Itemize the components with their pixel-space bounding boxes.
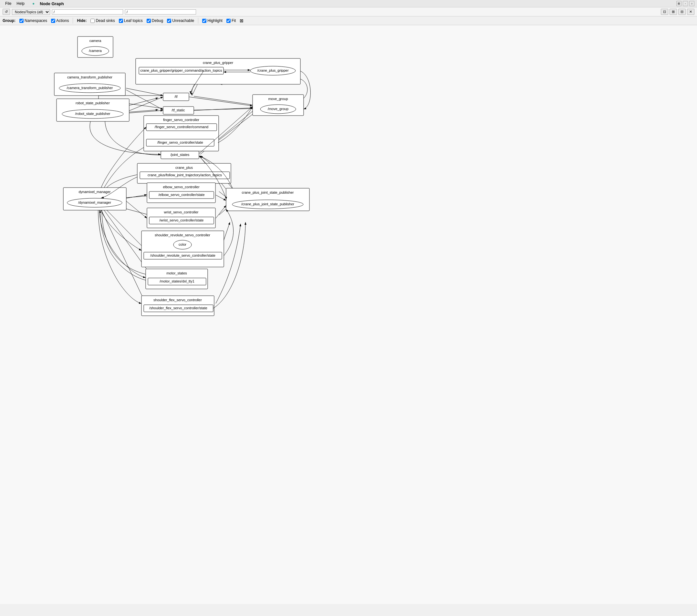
svg-line-6 xyxy=(126,90,163,110)
debug-label: Debug xyxy=(152,18,163,23)
graph-container[interactable]: camera /camera camera_transform_publishe… xyxy=(0,25,697,604)
debug-checkbox[interactable] xyxy=(147,19,151,23)
shoulder-flex-state-label: /shoulder_flex_servo_controller/state xyxy=(149,306,207,310)
menu-bar: File Help xyxy=(3,1,27,6)
fit-icon: ⊠ xyxy=(240,18,243,23)
layout-button[interactable]: ⊞ xyxy=(669,9,677,15)
camera-transform-title: camera_transform_publisher xyxy=(67,75,113,79)
crane-plus-title: crane_plus xyxy=(175,166,193,169)
restore-button[interactable]: ⊡ xyxy=(661,9,668,15)
crane-plus-gripper-ellipse-label: /crane_plus_gripper xyxy=(257,69,289,72)
shoulder-flex-title: shoulder_flex_servo_controller xyxy=(153,298,202,302)
leaf-topics-label: Leaf topics xyxy=(124,18,143,23)
dynamixel-title: dynamixel_manager xyxy=(78,190,110,194)
motor-states-title: motor_states xyxy=(166,271,187,275)
close-button[interactable]: ✕ xyxy=(687,9,694,15)
shoulder-revolute-state-label: /shoulder_revolute_servo_controller/stat… xyxy=(150,253,216,257)
elbow-state-label: /elbow_servo_controller/state xyxy=(158,193,205,197)
toolbar-right: ⊡ ⊞ ⊟ ✕ xyxy=(661,9,694,15)
crane-plus-action-label: crane_plus/follow_joint_trajectory/actio… xyxy=(148,173,222,177)
hide-label: Hide: xyxy=(77,18,87,23)
move-group-title: move_group xyxy=(268,97,288,101)
filter-bar: Group: Namespaces Actions Hide: Dead sin… xyxy=(0,16,697,25)
dead-sinks-checkbox[interactable] xyxy=(90,19,95,23)
window-minimize-icon[interactable]: - xyxy=(683,1,688,6)
highlight-label: Highlight xyxy=(207,18,223,23)
menu-file[interactable]: File xyxy=(3,1,14,6)
leaf-topics-checkbox[interactable] xyxy=(119,19,123,23)
wrist-title: wrist_servo_controller xyxy=(164,210,199,214)
namespaces-label: Namespaces xyxy=(25,18,47,23)
wrist-state-label: /wrist_servo_controller/state xyxy=(160,218,204,222)
dead-sinks-label: Dead sinks xyxy=(95,18,115,23)
shoulder-revolute-color-label: color xyxy=(179,242,187,246)
robot-state-title: robot_state_publisher xyxy=(76,101,110,105)
elbow-title: elbow_servo_controller xyxy=(163,185,199,189)
fit-checkbox-item: Fit xyxy=(226,18,236,23)
svg-line-5 xyxy=(126,88,163,95)
joint-states-label: /joint_states xyxy=(170,153,190,156)
fit-checkbox[interactable] xyxy=(226,19,231,23)
svg-line-17 xyxy=(216,205,226,218)
camera-node-title: camera xyxy=(89,39,102,43)
camera-transform-topic-label: /camera_transform_publisher xyxy=(66,86,113,90)
svg-line-7 xyxy=(129,97,163,111)
robot-state-label: /robot_state_publisher xyxy=(75,112,110,116)
actions-checkbox[interactable] xyxy=(51,19,55,23)
camera-topic-label: /camera xyxy=(89,49,102,52)
crane-joint-title: crane_plus_joint_state_publisher xyxy=(242,191,294,194)
node-filter-dropdown[interactable]: Nodes/Topics (all) xyxy=(12,9,50,15)
crane-plus-gripper-topic-label: crane_plus_gripper/gripper_command/actio… xyxy=(140,69,222,72)
leaf-topics-checkbox-item: Leaf topics xyxy=(119,18,143,23)
svg-line-14 xyxy=(126,195,147,198)
finger-servo-state-label: /finger_servo_controller/state xyxy=(157,140,203,144)
fit-label: Fit xyxy=(232,18,236,23)
namespaces-checkbox[interactable] xyxy=(19,19,24,23)
crane-joint-label: /crane_plus_joint_state_publisher xyxy=(241,202,294,206)
highlight-checkbox-item: Highlight xyxy=(202,18,223,23)
shoulder-revolute-title: shoulder_revolute_servo_controller xyxy=(155,233,210,237)
window-controls: ⊞ - ○ xyxy=(676,1,694,6)
separator1 xyxy=(73,18,73,24)
export-button[interactable]: ⊟ xyxy=(678,9,686,15)
svg-line-12 xyxy=(194,108,253,110)
debug-checkbox-item: Debug xyxy=(147,18,163,23)
title-bar: File Help ● Node Graph ⊞ - ○ xyxy=(0,0,697,7)
namespaces-checkbox-item: Namespaces xyxy=(19,18,47,23)
tf-static-label: /tf_static xyxy=(172,108,185,112)
filter2-input[interactable] xyxy=(125,9,196,15)
dynamixel-label: /dynamixel_manager xyxy=(78,200,111,204)
finger-servo-command-label: /finger_servo_controller/command xyxy=(155,125,208,129)
unreachable-label: Unreachable xyxy=(172,18,194,23)
graph-svg: camera /camera camera_transform_publishe… xyxy=(0,25,375,348)
group-label: Group: xyxy=(3,18,15,23)
finger-servo-title: finger_servo_controller xyxy=(163,118,199,122)
dead-sinks-checkbox-item: Dead sinks xyxy=(90,18,115,23)
toolbar: ↺ Nodes/Topics (all) ⊡ ⊞ ⊟ ✕ xyxy=(0,7,697,16)
highlight-checkbox[interactable] xyxy=(202,19,206,23)
motor-states-topic-label: /motor_states/dxl_tty1 xyxy=(160,279,194,283)
unreachable-checkbox-item: Unreachable xyxy=(167,18,194,23)
window-grid-icon[interactable]: ⊞ xyxy=(676,1,682,6)
actions-label: Actions xyxy=(56,18,69,23)
actions-checkbox-item: Actions xyxy=(51,18,69,23)
app-title: Node Graph xyxy=(40,1,64,6)
move-group-label: /move_group xyxy=(268,107,288,111)
app-icon: ● xyxy=(32,1,34,6)
tf-label: /tf xyxy=(174,94,178,99)
menu-help[interactable]: Help xyxy=(14,1,27,6)
separator2 xyxy=(198,18,198,24)
refresh-button[interactable]: ↺ xyxy=(3,9,10,15)
crane-plus-gripper-title: crane_plus_gripper xyxy=(203,61,234,64)
window-close-icon[interactable]: ○ xyxy=(689,1,694,6)
filter1-input[interactable] xyxy=(52,9,123,15)
unreachable-checkbox[interactable] xyxy=(167,19,171,23)
svg-line-11 xyxy=(189,97,253,106)
